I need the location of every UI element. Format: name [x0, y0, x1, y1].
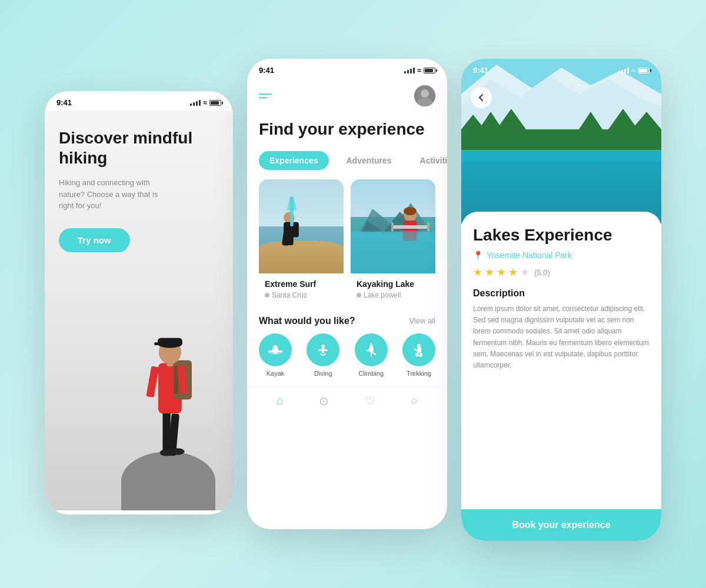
kayak-location-text: Lake powell	[364, 291, 401, 299]
activity-kayak[interactable]: Kayak	[259, 333, 292, 377]
stars-row: ★ ★ ★ ★ ★ (5.0)	[473, 266, 650, 279]
phone2-hero: Find your experience	[247, 113, 447, 151]
location-dot-kayak	[357, 293, 361, 298]
back-arrow-icon	[477, 93, 486, 102]
trekking-label: Trekking	[407, 370, 431, 377]
card-kayak[interactable]: Kayaking Lake Lake powell	[351, 179, 435, 304]
wifi-icon: ≈	[203, 99, 207, 107]
time-3: 9:41	[473, 66, 488, 75]
surfer-figure	[274, 194, 309, 259]
star-2: ★	[485, 266, 494, 279]
surf-image	[259, 179, 344, 273]
diving-label: Diving	[314, 370, 332, 377]
svg-rect-7	[146, 366, 159, 397]
hiker-svg	[115, 240, 221, 475]
svg-rect-28	[391, 225, 429, 229]
phone1-text-area: Discover mindful hiking Hiking and conne…	[45, 111, 233, 270]
svg-rect-12	[158, 338, 182, 346]
star-1: ★	[473, 266, 482, 279]
status-icons-1: ≈	[190, 99, 221, 107]
location-name: Yosemite National Park	[487, 250, 572, 260]
description-text: Lorem ipsum dolor sit amet, consectetur …	[473, 303, 650, 371]
time-1: 9:41	[56, 98, 72, 107]
time-2: 9:41	[259, 66, 274, 75]
activities-title: What would you like?	[259, 316, 355, 326]
surf-location-text: Santa Cruz	[272, 291, 307, 299]
star-5: ★	[520, 266, 530, 279]
avatar-img	[414, 85, 435, 106]
phone1-content: Discover mindful hiking Hiking and conne…	[45, 111, 233, 510]
climbing-label: Climbing	[358, 370, 384, 377]
kayak-water	[351, 231, 435, 273]
nav-home[interactable]: ⌂	[277, 394, 284, 407]
phone2-title: Find your experience	[259, 119, 435, 139]
kayak-card-info: Kayaking Lake Lake powell	[351, 273, 435, 304]
experience-title: Lakes Experience	[473, 226, 650, 245]
trekking-circle	[402, 333, 435, 366]
svg-rect-45	[417, 347, 421, 353]
svg-rect-38	[318, 349, 328, 351]
svg-point-31	[404, 207, 417, 215]
kayak-location: Lake powell	[357, 291, 429, 299]
trekking-activity-icon	[411, 342, 427, 358]
book-button[interactable]: Book your experience	[461, 509, 661, 541]
status-bar-3: 9:41 ≈	[461, 59, 661, 78]
location-pin-icon: 📍	[473, 250, 483, 260]
diving-circle	[307, 333, 339, 366]
kayak-activity-icon	[267, 342, 284, 358]
activity-diving[interactable]: Diving	[307, 333, 339, 377]
try-now-button[interactable]: Try now	[59, 228, 130, 252]
location-row: 📍 Yosemite National Park	[473, 250, 650, 260]
climbing-activity-icon	[363, 342, 379, 358]
kayak-image	[351, 179, 435, 273]
card-surf[interactable]: Extreme Surf Santa Cruz	[259, 179, 344, 304]
status-icons-3: ≈	[618, 66, 650, 75]
nav-heart[interactable]: ♡	[365, 394, 375, 408]
climbing-circle	[355, 333, 388, 366]
nav-search[interactable]: ○	[411, 394, 418, 407]
status-icons-2: ≈	[404, 66, 435, 75]
activity-climbing[interactable]: Climbing	[355, 333, 388, 377]
svg-point-3	[171, 448, 185, 455]
phone-1: 9:41 ≈	[45, 91, 233, 514]
svg-rect-47	[419, 353, 422, 357]
status-bar-1: 9:41 ≈	[45, 91, 233, 111]
signal-icon	[190, 100, 201, 106]
tab-activities[interactable]: Activities	[409, 151, 447, 170]
view-all-link[interactable]: View all	[409, 316, 435, 325]
svg-rect-30	[427, 222, 429, 232]
kayak-label: Kayak	[267, 370, 285, 377]
surf-card-info: Extreme Surf Santa Cruz	[259, 273, 344, 304]
svg-line-48	[414, 349, 417, 351]
nav-chat[interactable]: ⊙	[319, 394, 329, 408]
tab-experiences[interactable]: Experiences	[259, 151, 329, 170]
signal-icon-2	[404, 68, 415, 74]
svg-point-15	[421, 89, 429, 98]
phone2-header	[247, 78, 447, 113]
svg-rect-46	[415, 352, 419, 357]
mountain-overlay	[461, 129, 661, 223]
phone3-detail-content: Lakes Experience 📍 Yosemite National Par…	[461, 212, 661, 541]
wifi-icon-2: ≈	[417, 66, 421, 75]
rating-text: (5.0)	[534, 268, 550, 277]
activities-row: Kayak Diving	[247, 333, 447, 386]
surf-location: Santa Cruz	[265, 291, 338, 299]
phone3-hero-image: 9:41 ≈	[461, 59, 661, 223]
star-3: ★	[497, 266, 506, 279]
svg-point-35	[274, 345, 277, 349]
phone1-subtitle: Hiking and connecting with nature? Choos…	[59, 177, 165, 212]
svg-line-43	[371, 352, 376, 355]
battery-icon-3	[638, 68, 650, 74]
phone-3: 9:41 ≈	[461, 59, 661, 541]
location-dot-surf	[265, 293, 269, 298]
user-avatar[interactable]	[414, 85, 435, 106]
signal-icon-3	[618, 68, 629, 74]
activity-trekking[interactable]: Trekking	[402, 333, 435, 377]
back-button[interactable]	[471, 87, 492, 108]
kayak-title: Kayaking Lake	[357, 279, 429, 289]
phone1-title: Discover mindful hiking	[59, 128, 219, 168]
cards-row: Extreme Surf Santa Cruz	[247, 179, 447, 313]
menu-icon[interactable]	[259, 93, 272, 98]
svg-marker-22	[287, 196, 297, 210]
tab-adventures[interactable]: Adventures	[336, 151, 402, 170]
